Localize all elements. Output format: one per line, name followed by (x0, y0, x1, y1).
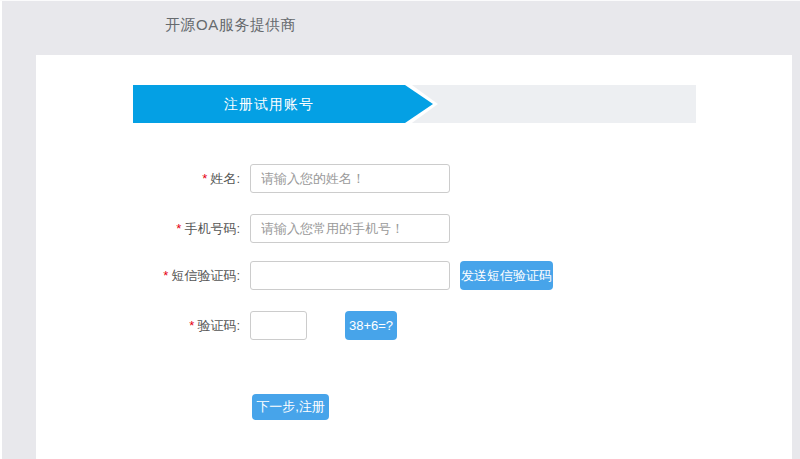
form-row-phone: *手机号码: (36, 214, 792, 243)
name-label-text: 姓名: (210, 171, 240, 186)
window-edge-left (0, 0, 2, 459)
captcha-label-text: 验证码: (197, 318, 240, 333)
sms-code-input[interactable] (250, 261, 450, 290)
required-asterisk: * (176, 221, 181, 236)
banner-arrow (405, 85, 433, 123)
form-row-captcha: *验证码: 38+6=? (36, 311, 792, 340)
required-asterisk: * (189, 318, 194, 333)
captcha-label: *验证码: (36, 311, 240, 340)
send-sms-code-button[interactable]: 发送短信验证码 (460, 261, 553, 290)
phone-label: *手机号码: (36, 214, 240, 243)
required-asterisk: * (163, 268, 168, 283)
sms-code-label: *短信验证码: (36, 261, 240, 290)
form-row-name: *姓名: (36, 164, 792, 193)
phone-label-text: 手机号码: (184, 221, 240, 236)
required-asterisk: * (202, 171, 207, 186)
phone-input[interactable] (250, 214, 450, 243)
form-row-sms-code: *短信验证码: 发送短信验证码 (36, 261, 792, 290)
banner-ribbon: 注册试用账号 (133, 85, 696, 123)
page-title: 注册试用账号 (133, 85, 405, 123)
registration-card: 注册试用账号 *姓名: *手机号码: *短信验证码: 发送短信验证码 *验证码:… (36, 55, 792, 459)
captcha-question-button[interactable]: 38+6=? (345, 311, 397, 340)
captcha-input[interactable] (250, 311, 307, 340)
name-label: *姓名: (36, 164, 240, 193)
name-input[interactable] (250, 164, 450, 193)
window-edge-top (0, 0, 800, 1)
brand-title: 开源OA服务提供商 (165, 16, 296, 35)
submit-register-button[interactable]: 下一步,注册 (252, 394, 329, 420)
sms-code-label-text: 短信验证码: (171, 268, 240, 283)
